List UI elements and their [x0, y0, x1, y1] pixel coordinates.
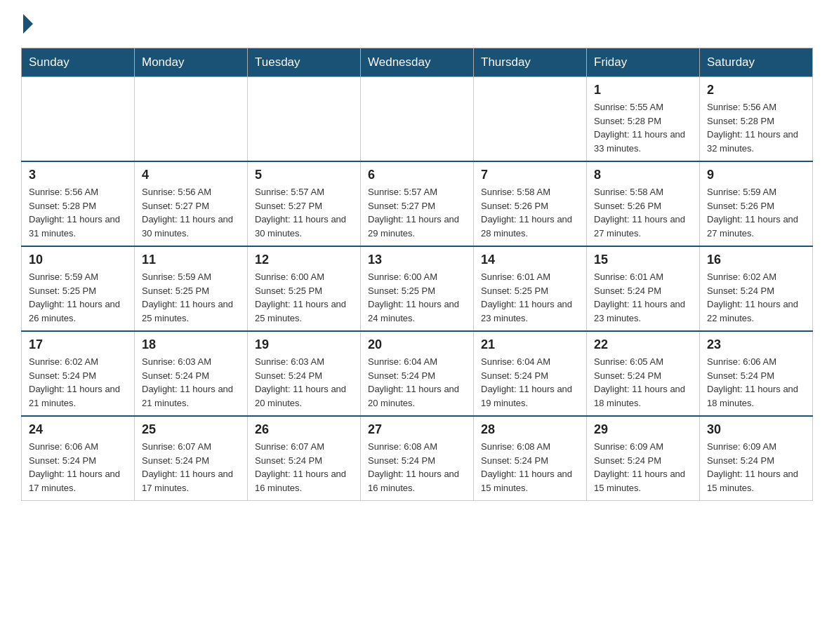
- table-row: 20Sunrise: 6:04 AM Sunset: 5:24 PM Dayli…: [361, 331, 474, 416]
- table-row: 30Sunrise: 6:09 AM Sunset: 5:24 PM Dayli…: [700, 416, 813, 501]
- logo-arrow-icon: [23, 14, 33, 34]
- day-info: Sunrise: 5:58 AM Sunset: 5:26 PM Dayligh…: [594, 185, 692, 240]
- day-info: Sunrise: 6:05 AM Sunset: 5:24 PM Dayligh…: [594, 355, 692, 410]
- table-row: 15Sunrise: 6:01 AM Sunset: 5:24 PM Dayli…: [587, 246, 700, 331]
- header-wednesday: Wednesday: [361, 48, 474, 77]
- day-info: Sunrise: 6:07 AM Sunset: 5:24 PM Dayligh…: [142, 440, 240, 495]
- table-row: 10Sunrise: 5:59 AM Sunset: 5:25 PM Dayli…: [22, 246, 135, 331]
- day-info: Sunrise: 6:06 AM Sunset: 5:24 PM Dayligh…: [707, 355, 805, 410]
- day-number: 11: [142, 253, 240, 267]
- day-info: Sunrise: 5:57 AM Sunset: 5:27 PM Dayligh…: [368, 185, 466, 240]
- header-sunday: Sunday: [22, 48, 135, 77]
- header-saturday: Saturday: [700, 48, 813, 77]
- day-number: 27: [368, 422, 466, 437]
- day-info: Sunrise: 6:03 AM Sunset: 5:24 PM Dayligh…: [255, 355, 353, 410]
- day-info: Sunrise: 5:59 AM Sunset: 5:26 PM Dayligh…: [707, 185, 805, 240]
- day-number: 24: [29, 422, 127, 437]
- day-number: 26: [255, 422, 353, 437]
- day-number: 17: [29, 337, 127, 352]
- day-number: 1: [594, 83, 692, 98]
- day-number: 13: [368, 253, 466, 267]
- table-row: 9Sunrise: 5:59 AM Sunset: 5:26 PM Daylig…: [700, 161, 813, 246]
- day-info: Sunrise: 6:06 AM Sunset: 5:24 PM Dayligh…: [29, 440, 127, 495]
- day-info: Sunrise: 5:58 AM Sunset: 5:26 PM Dayligh…: [481, 185, 579, 240]
- day-info: Sunrise: 5:55 AM Sunset: 5:28 PM Dayligh…: [594, 100, 692, 155]
- day-info: Sunrise: 6:08 AM Sunset: 5:24 PM Dayligh…: [368, 440, 466, 495]
- day-number: 6: [368, 168, 466, 182]
- day-info: Sunrise: 6:09 AM Sunset: 5:24 PM Dayligh…: [594, 440, 692, 495]
- table-row: 27Sunrise: 6:08 AM Sunset: 5:24 PM Dayli…: [361, 416, 474, 501]
- day-info: Sunrise: 6:08 AM Sunset: 5:24 PM Dayligh…: [481, 440, 579, 495]
- table-row: 13Sunrise: 6:00 AM Sunset: 5:25 PM Dayli…: [361, 246, 474, 331]
- day-info: Sunrise: 6:04 AM Sunset: 5:24 PM Dayligh…: [368, 355, 466, 410]
- day-number: 10: [29, 253, 127, 267]
- calendar-week-row: 3Sunrise: 5:56 AM Sunset: 5:28 PM Daylig…: [22, 161, 813, 246]
- day-number: 8: [594, 168, 692, 182]
- table-row: [135, 77, 248, 162]
- table-row: [474, 77, 587, 162]
- table-row: 7Sunrise: 5:58 AM Sunset: 5:26 PM Daylig…: [474, 161, 587, 246]
- day-number: 29: [594, 422, 692, 437]
- table-row: 2Sunrise: 5:56 AM Sunset: 5:28 PM Daylig…: [700, 77, 813, 162]
- day-number: 2: [707, 83, 805, 98]
- table-row: [248, 77, 361, 162]
- table-row: 23Sunrise: 6:06 AM Sunset: 5:24 PM Dayli…: [700, 331, 813, 416]
- day-info: Sunrise: 5:56 AM Sunset: 5:28 PM Dayligh…: [29, 185, 127, 240]
- table-row: 4Sunrise: 5:56 AM Sunset: 5:27 PM Daylig…: [135, 161, 248, 246]
- day-info: Sunrise: 6:01 AM Sunset: 5:25 PM Dayligh…: [481, 270, 579, 325]
- day-info: Sunrise: 5:59 AM Sunset: 5:25 PM Dayligh…: [29, 270, 127, 325]
- table-row: 16Sunrise: 6:02 AM Sunset: 5:24 PM Dayli…: [700, 246, 813, 331]
- table-row: 6Sunrise: 5:57 AM Sunset: 5:27 PM Daylig…: [361, 161, 474, 246]
- day-number: 20: [368, 337, 466, 352]
- day-info: Sunrise: 5:56 AM Sunset: 5:27 PM Dayligh…: [142, 185, 240, 240]
- table-row: 14Sunrise: 6:01 AM Sunset: 5:25 PM Dayli…: [474, 246, 587, 331]
- day-info: Sunrise: 6:07 AM Sunset: 5:24 PM Dayligh…: [255, 440, 353, 495]
- day-number: 5: [255, 168, 353, 182]
- table-row: [22, 77, 135, 162]
- table-row: 19Sunrise: 6:03 AM Sunset: 5:24 PM Dayli…: [248, 331, 361, 416]
- table-row: 5Sunrise: 5:57 AM Sunset: 5:27 PM Daylig…: [248, 161, 361, 246]
- table-row: 11Sunrise: 5:59 AM Sunset: 5:25 PM Dayli…: [135, 246, 248, 331]
- day-number: 4: [142, 168, 240, 182]
- table-row: 3Sunrise: 5:56 AM Sunset: 5:28 PM Daylig…: [22, 161, 135, 246]
- table-row: 21Sunrise: 6:04 AM Sunset: 5:24 PM Dayli…: [474, 331, 587, 416]
- table-row: 8Sunrise: 5:58 AM Sunset: 5:26 PM Daylig…: [587, 161, 700, 246]
- day-info: Sunrise: 5:56 AM Sunset: 5:28 PM Dayligh…: [707, 100, 805, 155]
- table-row: 26Sunrise: 6:07 AM Sunset: 5:24 PM Dayli…: [248, 416, 361, 501]
- table-row: [361, 77, 474, 162]
- day-number: 21: [481, 337, 579, 352]
- day-number: 14: [481, 253, 579, 267]
- calendar-table: Sunday Monday Tuesday Wednesday Thursday…: [21, 48, 813, 501]
- day-number: 12: [255, 253, 353, 267]
- page-header: [21, 14, 813, 34]
- table-row: 17Sunrise: 6:02 AM Sunset: 5:24 PM Dayli…: [22, 331, 135, 416]
- table-row: 22Sunrise: 6:05 AM Sunset: 5:24 PM Dayli…: [587, 331, 700, 416]
- day-info: Sunrise: 6:04 AM Sunset: 5:24 PM Dayligh…: [481, 355, 579, 410]
- day-info: Sunrise: 5:59 AM Sunset: 5:25 PM Dayligh…: [142, 270, 240, 325]
- day-number: 7: [481, 168, 579, 182]
- header-thursday: Thursday: [474, 48, 587, 77]
- day-number: 30: [707, 422, 805, 437]
- day-info: Sunrise: 6:00 AM Sunset: 5:25 PM Dayligh…: [368, 270, 466, 325]
- table-row: 24Sunrise: 6:06 AM Sunset: 5:24 PM Dayli…: [22, 416, 135, 501]
- calendar-week-row: 17Sunrise: 6:02 AM Sunset: 5:24 PM Dayli…: [22, 331, 813, 416]
- day-info: Sunrise: 6:02 AM Sunset: 5:24 PM Dayligh…: [29, 355, 127, 410]
- day-info: Sunrise: 6:09 AM Sunset: 5:24 PM Dayligh…: [707, 440, 805, 495]
- calendar-week-row: 1Sunrise: 5:55 AM Sunset: 5:28 PM Daylig…: [22, 77, 813, 162]
- table-row: 1Sunrise: 5:55 AM Sunset: 5:28 PM Daylig…: [587, 77, 700, 162]
- day-number: 3: [29, 168, 127, 182]
- day-number: 15: [594, 253, 692, 267]
- day-info: Sunrise: 6:03 AM Sunset: 5:24 PM Dayligh…: [142, 355, 240, 410]
- day-number: 16: [707, 253, 805, 267]
- calendar-header-row: Sunday Monday Tuesday Wednesday Thursday…: [22, 48, 813, 77]
- calendar-week-row: 10Sunrise: 5:59 AM Sunset: 5:25 PM Dayli…: [22, 246, 813, 331]
- table-row: 25Sunrise: 6:07 AM Sunset: 5:24 PM Dayli…: [135, 416, 248, 501]
- day-info: Sunrise: 6:00 AM Sunset: 5:25 PM Dayligh…: [255, 270, 353, 325]
- header-friday: Friday: [587, 48, 700, 77]
- day-number: 28: [481, 422, 579, 437]
- day-info: Sunrise: 6:02 AM Sunset: 5:24 PM Dayligh…: [707, 270, 805, 325]
- day-number: 9: [707, 168, 805, 182]
- table-row: 18Sunrise: 6:03 AM Sunset: 5:24 PM Dayli…: [135, 331, 248, 416]
- day-number: 19: [255, 337, 353, 352]
- day-number: 22: [594, 337, 692, 352]
